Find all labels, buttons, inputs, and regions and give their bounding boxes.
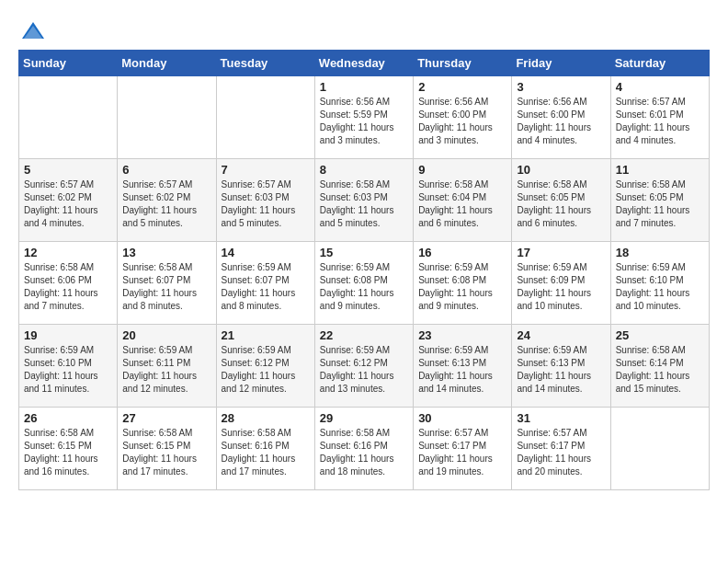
calendar-cell: 25Sunrise: 6:58 AM Sunset: 6:14 PM Dayli… — [610, 325, 709, 408]
page-header — [18, 18, 710, 40]
logo-icon — [20, 18, 46, 44]
day-number: 28 — [222, 411, 310, 425]
day-info: Sunrise: 6:58 AM Sunset: 6:04 PM Dayligh… — [418, 178, 506, 230]
calendar-cell: 4Sunrise: 6:57 AM Sunset: 6:01 PM Daylig… — [610, 76, 709, 159]
calendar-cell: 3Sunrise: 6:56 AM Sunset: 6:00 PM Daylig… — [512, 76, 610, 159]
day-number: 14 — [222, 246, 310, 259]
calendar-header-friday: Friday — [512, 51, 610, 76]
day-number: 19 — [24, 328, 112, 342]
day-info: Sunrise: 6:58 AM Sunset: 6:14 PM Dayligh… — [616, 344, 704, 396]
day-number: 20 — [122, 328, 210, 342]
day-number: 30 — [418, 411, 506, 425]
calendar-cell: 30Sunrise: 6:57 AM Sunset: 6:17 PM Dayli… — [414, 408, 512, 490]
calendar-cell: 13Sunrise: 6:58 AM Sunset: 6:07 PM Dayli… — [118, 242, 216, 325]
calendar-header-sunday: Sunday — [19, 51, 118, 76]
day-info: Sunrise: 6:59 AM Sunset: 6:13 PM Dayligh… — [418, 344, 506, 396]
day-number: 18 — [616, 246, 704, 259]
day-info: Sunrise: 6:57 AM Sunset: 6:02 PM Dayligh… — [24, 178, 112, 230]
calendar-cell: 17Sunrise: 6:59 AM Sunset: 6:09 PM Dayli… — [512, 242, 610, 325]
calendar-cell: 22Sunrise: 6:59 AM Sunset: 6:12 PM Dayli… — [314, 325, 413, 408]
day-info: Sunrise: 6:59 AM Sunset: 6:07 PM Dayligh… — [222, 261, 310, 313]
day-info: Sunrise: 6:58 AM Sunset: 6:07 PM Dayligh… — [122, 261, 210, 313]
calendar: SundayMondayTuesdayWednesdayThursdayFrid… — [18, 50, 710, 490]
day-number: 24 — [517, 328, 605, 342]
calendar-cell: 20Sunrise: 6:59 AM Sunset: 6:11 PM Dayli… — [118, 325, 216, 408]
day-info: Sunrise: 6:59 AM Sunset: 6:12 PM Dayligh… — [222, 344, 310, 396]
day-number: 6 — [122, 163, 210, 177]
calendar-week-4: 19Sunrise: 6:59 AM Sunset: 6:10 PM Dayli… — [19, 325, 710, 408]
calendar-cell: 26Sunrise: 6:58 AM Sunset: 6:15 PM Dayli… — [19, 408, 118, 490]
day-info: Sunrise: 6:57 AM Sunset: 6:17 PM Dayligh… — [517, 427, 605, 478]
calendar-week-3: 12Sunrise: 6:58 AM Sunset: 6:06 PM Dayli… — [19, 242, 710, 325]
day-info: Sunrise: 6:58 AM Sunset: 6:05 PM Dayligh… — [517, 178, 605, 230]
day-info: Sunrise: 6:58 AM Sunset: 6:16 PM Dayligh… — [320, 427, 408, 478]
calendar-cell: 10Sunrise: 6:58 AM Sunset: 6:05 PM Dayli… — [512, 159, 610, 242]
day-info: Sunrise: 6:56 AM Sunset: 6:00 PM Dayligh… — [418, 96, 506, 147]
day-number: 31 — [517, 411, 605, 425]
calendar-week-5: 26Sunrise: 6:58 AM Sunset: 6:15 PM Dayli… — [19, 408, 710, 490]
day-number: 15 — [320, 246, 408, 259]
day-number: 8 — [320, 163, 408, 177]
calendar-cell: 23Sunrise: 6:59 AM Sunset: 6:13 PM Dayli… — [414, 325, 512, 408]
day-number: 10 — [517, 163, 605, 177]
calendar-cell — [216, 76, 314, 159]
calendar-cell: 2Sunrise: 6:56 AM Sunset: 6:00 PM Daylig… — [414, 76, 512, 159]
day-number: 17 — [517, 246, 605, 259]
calendar-header-wednesday: Wednesday — [314, 51, 413, 76]
day-info: Sunrise: 6:58 AM Sunset: 6:16 PM Dayligh… — [222, 427, 310, 478]
calendar-cell: 8Sunrise: 6:58 AM Sunset: 6:03 PM Daylig… — [314, 159, 413, 242]
calendar-cell — [19, 76, 118, 159]
calendar-cell: 19Sunrise: 6:59 AM Sunset: 6:10 PM Dayli… — [19, 325, 118, 408]
day-info: Sunrise: 6:58 AM Sunset: 6:05 PM Dayligh… — [616, 178, 704, 230]
day-number: 11 — [616, 163, 704, 177]
day-number: 7 — [222, 163, 310, 177]
calendar-header-row: SundayMondayTuesdayWednesdayThursdayFrid… — [19, 51, 710, 76]
calendar-cell: 29Sunrise: 6:58 AM Sunset: 6:16 PM Dayli… — [314, 408, 413, 490]
day-number: 12 — [24, 246, 112, 259]
day-info: Sunrise: 6:59 AM Sunset: 6:09 PM Dayligh… — [517, 261, 605, 313]
calendar-cell: 28Sunrise: 6:58 AM Sunset: 6:16 PM Dayli… — [216, 408, 314, 490]
day-info: Sunrise: 6:59 AM Sunset: 6:13 PM Dayligh… — [517, 344, 605, 396]
day-info: Sunrise: 6:56 AM Sunset: 6:00 PM Dayligh… — [517, 96, 605, 147]
day-number: 27 — [122, 411, 210, 425]
day-number: 25 — [616, 328, 704, 342]
day-number: 13 — [122, 246, 210, 259]
calendar-cell: 9Sunrise: 6:58 AM Sunset: 6:04 PM Daylig… — [414, 159, 512, 242]
calendar-cell: 16Sunrise: 6:59 AM Sunset: 6:08 PM Dayli… — [414, 242, 512, 325]
calendar-header-thursday: Thursday — [414, 51, 512, 76]
day-number: 1 — [320, 80, 408, 94]
day-info: Sunrise: 6:57 AM Sunset: 6:01 PM Dayligh… — [616, 96, 704, 147]
calendar-cell: 31Sunrise: 6:57 AM Sunset: 6:17 PM Dayli… — [512, 408, 610, 490]
day-number: 4 — [616, 80, 704, 94]
calendar-cell: 11Sunrise: 6:58 AM Sunset: 6:05 PM Dayli… — [610, 159, 709, 242]
calendar-header-tuesday: Tuesday — [216, 51, 314, 76]
calendar-cell: 15Sunrise: 6:59 AM Sunset: 6:08 PM Dayli… — [314, 242, 413, 325]
day-info: Sunrise: 6:59 AM Sunset: 6:12 PM Dayligh… — [320, 344, 408, 396]
day-info: Sunrise: 6:57 AM Sunset: 6:03 PM Dayligh… — [222, 178, 310, 230]
day-number: 2 — [418, 80, 506, 94]
calendar-cell: 27Sunrise: 6:58 AM Sunset: 6:15 PM Dayli… — [118, 408, 216, 490]
calendar-cell — [118, 76, 216, 159]
day-number: 9 — [418, 163, 506, 177]
calendar-cell: 5Sunrise: 6:57 AM Sunset: 6:02 PM Daylig… — [19, 159, 118, 242]
calendar-cell: 24Sunrise: 6:59 AM Sunset: 6:13 PM Dayli… — [512, 325, 610, 408]
day-number: 23 — [418, 328, 506, 342]
calendar-header-monday: Monday — [118, 51, 216, 76]
day-number: 21 — [222, 328, 310, 342]
calendar-cell: 14Sunrise: 6:59 AM Sunset: 6:07 PM Dayli… — [216, 242, 314, 325]
calendar-week-2: 5Sunrise: 6:57 AM Sunset: 6:02 PM Daylig… — [19, 159, 710, 242]
day-info: Sunrise: 6:59 AM Sunset: 6:08 PM Dayligh… — [418, 261, 506, 313]
day-info: Sunrise: 6:59 AM Sunset: 6:08 PM Dayligh… — [320, 261, 408, 313]
day-info: Sunrise: 6:58 AM Sunset: 6:03 PM Dayligh… — [320, 178, 408, 230]
logo — [18, 18, 46, 40]
day-number: 5 — [24, 163, 112, 177]
day-info: Sunrise: 6:59 AM Sunset: 6:10 PM Dayligh… — [24, 344, 112, 396]
day-info: Sunrise: 6:58 AM Sunset: 6:06 PM Dayligh… — [24, 261, 112, 313]
day-number: 16 — [418, 246, 506, 259]
day-info: Sunrise: 6:58 AM Sunset: 6:15 PM Dayligh… — [122, 427, 210, 478]
calendar-header-saturday: Saturday — [610, 51, 709, 76]
day-info: Sunrise: 6:57 AM Sunset: 6:17 PM Dayligh… — [418, 427, 506, 478]
calendar-cell: 6Sunrise: 6:57 AM Sunset: 6:02 PM Daylig… — [118, 159, 216, 242]
day-info: Sunrise: 6:59 AM Sunset: 6:10 PM Dayligh… — [616, 261, 704, 313]
day-number: 29 — [320, 411, 408, 425]
